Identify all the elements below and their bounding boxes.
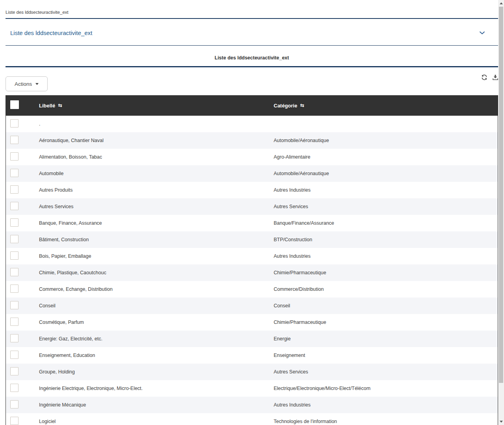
cell-categorie: Autres Services (274, 204, 498, 209)
row-checkbox[interactable] (10, 119, 19, 128)
sort-icon[interactable]: ⇆ (300, 103, 304, 108)
row-checkbox[interactable] (10, 185, 19, 194)
column-header-libelle[interactable]: Libellé ⇆ (39, 103, 274, 109)
cell-libelle: Energie: Gaz, Electricité, etc. (39, 336, 274, 342)
table-row[interactable]: Chimie, Plastique, Caoutchouc Chimie/Pha… (6, 264, 498, 281)
table-row[interactable]: Enseignement, Education Enseignement (6, 347, 498, 364)
cell-categorie: Autres Industries (274, 187, 498, 193)
table-row[interactable]: Groupe, Holding Autres Services (6, 364, 498, 380)
cell-categorie: Autres Services (274, 369, 498, 375)
table-row[interactable]: Logiciel Technologies de l'information (6, 413, 498, 425)
toolbar: Actions (6, 67, 498, 95)
scroll-up-icon[interactable] (500, 2, 503, 4)
download-icon[interactable] (493, 74, 498, 80)
table-row[interactable]: Bois, Papier, Emballage Autres Industrie… (6, 248, 498, 264)
actions-button[interactable]: Actions (6, 76, 48, 91)
table-row[interactable]: Ingénierie Electrique, Electronique, Mic… (6, 380, 498, 397)
caret-down-icon (35, 83, 39, 85)
table-row[interactable]: Alimentation, Boisson, Tabac Agro-Alimen… (6, 149, 498, 165)
row-checkbox[interactable] (10, 301, 19, 309)
table-row[interactable]: Conseil Conseil (6, 298, 498, 314)
cell-libelle: Automobile (39, 171, 274, 176)
page-title: Liste des lddsecteuractivite_ext (215, 55, 289, 61)
row-checkbox[interactable] (10, 268, 19, 276)
row-checkbox[interactable] (10, 152, 19, 161)
cell-libelle: Bois, Papier, Emballage (39, 253, 274, 259)
select-all-checkbox[interactable] (10, 100, 19, 109)
row-checkbox[interactable] (10, 235, 19, 243)
table-row[interactable]: Ingénierie Mécanique Autres Industries (6, 397, 498, 413)
cell-categorie: Chimie/Pharmaceutique (274, 270, 498, 275)
row-checkbox[interactable] (10, 251, 19, 260)
cell-categorie: Automobile/Aéronautique (274, 138, 498, 143)
cell-libelle: Cosmétique, Parfum (39, 320, 274, 325)
chevron-down-icon[interactable] (479, 31, 485, 35)
cell-libelle: Chimie, Plastique, Caoutchouc (39, 270, 274, 275)
cell-libelle: Enseignement, Education (39, 353, 274, 358)
row-checkbox[interactable] (10, 169, 19, 177)
cell-libelle: Bâtiment, Construction (39, 237, 274, 242)
cell-categorie: Conseil (274, 303, 498, 309)
cell-libelle: Groupe, Holding (39, 369, 274, 375)
column-label-categorie: Catégorie (274, 103, 297, 109)
cell-categorie: Chimie/Pharmaceutique (274, 320, 498, 325)
table-row[interactable]: . (6, 116, 498, 132)
table-row[interactable]: Autres Services Autres Services (6, 198, 498, 215)
cell-categorie: Technologies de l'information (274, 419, 498, 424)
row-checkbox[interactable] (10, 400, 19, 408)
cell-libelle: Conseil (39, 303, 274, 309)
cell-libelle: Commerce, Echange, Distribution (39, 286, 274, 292)
cell-categorie: Banque/Finance/Assurance (274, 220, 498, 226)
scrollbar-thumb[interactable] (499, 7, 503, 383)
row-checkbox[interactable] (10, 285, 19, 293)
cell-categorie: Energie (274, 336, 498, 342)
table-row[interactable]: Banque, Finance, Assurance Banque/Financ… (6, 215, 498, 231)
row-checkbox[interactable] (10, 384, 19, 392)
cell-libelle: Ingénierie Electrique, Electronique, Mic… (39, 386, 274, 391)
cell-categorie: Enseignement (274, 353, 498, 358)
row-checkbox[interactable] (10, 218, 19, 227)
row-checkbox[interactable] (10, 351, 19, 359)
table-row[interactable]: Cosmétique, Parfum Chimie/Pharmaceutique (6, 314, 498, 331)
cell-libelle: Ingénierie Mécanique (39, 402, 274, 408)
row-checkbox[interactable] (10, 136, 19, 144)
cell-libelle: Logiciel (39, 419, 274, 424)
table-row[interactable]: Aéronautique, Chantier Naval Automobile/… (6, 132, 498, 149)
scroll-down-icon[interactable] (500, 421, 503, 423)
cell-libelle: . (39, 121, 274, 127)
refresh-icon[interactable] (481, 74, 487, 80)
table-row[interactable]: Bâtiment, Construction BTP/Construction (6, 231, 498, 248)
cell-libelle: Banque, Finance, Assurance (39, 220, 274, 226)
cell-categorie: Autres Industries (274, 402, 498, 408)
cell-libelle: Autres Produits (39, 187, 274, 193)
cell-categorie: BTP/Construction (274, 237, 498, 242)
scrollbar[interactable] (498, 0, 504, 425)
table-body: . Aéronautique, Chantier Naval Automobil… (6, 116, 498, 425)
main-content: Liste des lddsecteuractivite_ext Liste d… (6, 0, 498, 425)
table-row[interactable]: Commerce, Echange, Distribution Commerce… (6, 281, 498, 298)
column-header-categorie[interactable]: Catégorie ⇆ (274, 103, 498, 109)
tab-liste-lddsecteuractivite[interactable]: Liste des lddsecteuractivite_ext (6, 10, 69, 15)
row-checkbox[interactable] (10, 334, 19, 342)
cell-categorie: Automobile/Aéronautique (274, 171, 498, 176)
title-row: Liste des lddsecteuractivite_ext (6, 46, 498, 67)
table-row[interactable]: Automobile Automobile/Aéronautique (6, 165, 498, 182)
sort-icon[interactable]: ⇆ (58, 103, 62, 108)
row-checkbox[interactable] (10, 417, 19, 425)
row-checkbox[interactable] (10, 202, 19, 210)
cell-categorie: Autres Industries (274, 253, 498, 259)
panel-title: Liste des lddsecteuractivite_ext (10, 30, 92, 36)
cell-libelle: Alimentation, Boisson, Tabac (39, 154, 274, 160)
table-row[interactable]: Energie: Gaz, Electricité, etc. Energie (6, 331, 498, 347)
cell-libelle: Aéronautique, Chantier Naval (39, 138, 274, 143)
toolbar-icons (481, 74, 498, 80)
row-checkbox[interactable] (10, 367, 19, 375)
row-checkbox[interactable] (10, 318, 19, 326)
cell-categorie: Agro-Alimentaire (274, 154, 498, 160)
tab-bar: Liste des lddsecteuractivite_ext (6, 0, 498, 19)
actions-button-label: Actions (15, 81, 32, 87)
collapse-panel-header[interactable]: Liste des lddsecteuractivite_ext (6, 19, 498, 46)
column-label-libelle: Libellé (39, 103, 55, 109)
data-table: Libellé ⇆ Catégorie ⇆ . Aéronautique, Ch… (6, 95, 498, 425)
table-row[interactable]: Autres Produits Autres Industries (6, 182, 498, 198)
